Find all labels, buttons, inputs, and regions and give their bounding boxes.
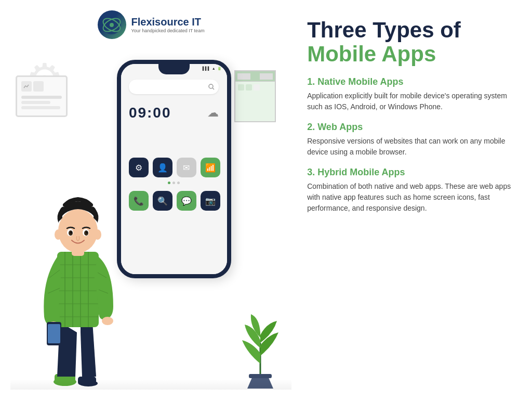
dot-1 <box>168 182 170 184</box>
section-2-title: 2. Web Apps <box>307 122 511 133</box>
phone-time: 09:00 <box>129 105 171 121</box>
phone-search-bar <box>129 80 219 94</box>
section-2: 2. Web Apps Responsive versions of websi… <box>307 122 511 158</box>
section-3-desc: Combination of both native and web apps.… <box>307 181 511 214</box>
svg-point-4 <box>209 84 213 88</box>
phone-time-area: 09:00 ☁ <box>129 105 219 121</box>
illustration: ⚙ <box>10 44 291 390</box>
logo-name: Flexisource IT <box>131 16 205 28</box>
app-icon-search: 🔍 <box>153 191 172 211</box>
svg-rect-38 <box>249 374 272 378</box>
left-panel: Flexisource IT Your handpicked dedicated… <box>10 10 291 390</box>
section-1: 1. Native Mobile Apps Application explic… <box>307 76 511 112</box>
person-illustration <box>36 156 119 390</box>
phone-mockup: ▌▌▌▲🔋 09:00 ☁ ⚙ 👤 ✉ 📶 <box>117 60 231 278</box>
floor-shadow <box>10 379 291 390</box>
app-icon-settings: ⚙ <box>129 158 149 177</box>
svg-rect-24 <box>48 324 60 343</box>
svg-point-34 <box>70 231 72 234</box>
app-icon-instagram: 📷 <box>201 191 220 211</box>
svg-point-37 <box>94 229 101 240</box>
svg-point-36 <box>55 229 62 240</box>
app-icon-contacts: 👤 <box>153 158 172 177</box>
section-1-title: 1. Native Mobile Apps <box>307 76 511 87</box>
phone-status-bar: ▌▌▌▲🔋 <box>203 67 222 71</box>
svg-point-29 <box>58 209 98 253</box>
svg-point-3 <box>110 23 114 27</box>
logo-text: Flexisource IT Your handpicked dedicated… <box>131 16 205 33</box>
background-window <box>234 70 276 122</box>
main-title-line1: Three Types of <box>307 18 461 42</box>
section-3-title: 3. Hybrid Mobile Apps <box>307 167 511 178</box>
main-title: Three Types of Mobile Apps <box>307 18 511 66</box>
logo-tagline: Your handpicked dedicated IT team <box>131 28 205 33</box>
background-frame <box>16 75 68 117</box>
logo-icon <box>98 10 126 39</box>
phone-app-icons: ⚙ 👤 ✉ 📶 <box>121 158 227 177</box>
svg-rect-10 <box>57 252 99 327</box>
phone-bottom-icons: 📞 🔍 💬 📷 <box>121 191 227 211</box>
app-icon-wifi: 📶 <box>201 158 220 177</box>
phone-screen: 09:00 ☁ ⚙ 👤 ✉ 📶 📞 <box>121 64 227 274</box>
svg-line-5 <box>212 88 214 89</box>
app-icon-phone: 📞 <box>129 191 149 211</box>
dot-2 <box>172 182 175 184</box>
app-icon-whatsapp: 💬 <box>177 191 196 211</box>
logo-area: Flexisource IT Your handpicked dedicated… <box>98 10 205 39</box>
phone-notch <box>158 64 190 74</box>
svg-point-27 <box>102 317 113 325</box>
main-title-line2: Mobile Apps <box>307 42 436 66</box>
dot-3 <box>177 182 180 184</box>
section-1-desc: Application explicitly built for mobile … <box>307 91 511 112</box>
section-2-desc: Responsive versions of websites that can… <box>307 136 511 158</box>
app-icon-email: ✉ <box>177 158 196 177</box>
svg-point-35 <box>86 231 88 234</box>
plant-decoration <box>240 312 281 390</box>
phone-dots <box>168 182 180 184</box>
right-panel: Three Types of Mobile Apps 1. Native Mob… <box>291 10 522 390</box>
section-3: 3. Hybrid Mobile Apps Combination of bot… <box>307 167 511 214</box>
weather-icon: ☁ <box>207 106 219 120</box>
